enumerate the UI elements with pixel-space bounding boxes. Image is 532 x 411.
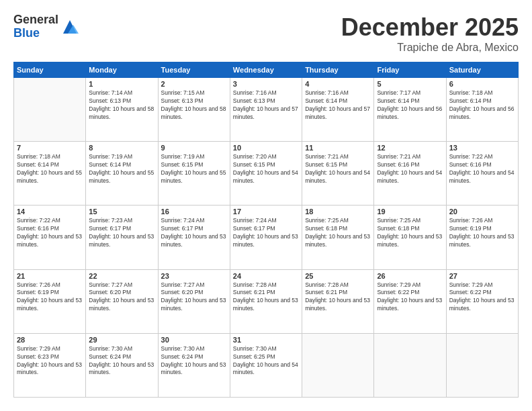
header-thursday: Thursday	[302, 62, 374, 78]
day-info: Sunrise: 7:15 AM Sunset: 6:13 PM Dayligh…	[161, 89, 227, 122]
calendar-cell: 30Sunrise: 7:30 AM Sunset: 6:24 PM Dayli…	[158, 333, 230, 397]
logo-general-text: General	[13, 13, 58, 27]
header-sunday: Sunday	[14, 62, 86, 78]
day-number: 26	[377, 272, 443, 280]
day-info: Sunrise: 7:27 AM Sunset: 6:20 PM Dayligh…	[89, 281, 154, 314]
day-info: Sunrise: 7:22 AM Sunset: 6:16 PM Dayligh…	[449, 153, 515, 185]
calendar-cell: 29Sunrise: 7:30 AM Sunset: 6:24 PM Dayli…	[86, 333, 158, 397]
day-info: Sunrise: 7:17 AM Sunset: 6:14 PM Dayligh…	[377, 89, 443, 122]
day-info: Sunrise: 7:25 AM Sunset: 6:18 PM Dayligh…	[305, 217, 371, 249]
calendar-week-row-3: 21Sunrise: 7:26 AM Sunset: 6:19 PM Dayli…	[14, 269, 519, 333]
day-number: 5	[377, 80, 443, 88]
day-info: Sunrise: 7:16 AM Sunset: 6:14 PM Dayligh…	[305, 89, 371, 122]
calendar-week-row-4: 28Sunrise: 7:29 AM Sunset: 6:23 PM Dayli…	[14, 333, 519, 397]
day-info: Sunrise: 7:24 AM Sunset: 6:17 PM Dayligh…	[161, 217, 227, 249]
calendar-cell: 15Sunrise: 7:23 AM Sunset: 6:17 PM Dayli…	[86, 205, 158, 269]
calendar-cell: 23Sunrise: 7:27 AM Sunset: 6:20 PM Dayli…	[158, 269, 230, 333]
calendar-cell: 4Sunrise: 7:16 AM Sunset: 6:14 PM Daylig…	[302, 78, 374, 142]
day-info: Sunrise: 7:29 AM Sunset: 6:23 PM Dayligh…	[17, 345, 83, 377]
day-number: 12	[377, 144, 443, 152]
header: General Blue December 2025 Trapiche de A…	[13, 13, 519, 54]
calendar-cell: 1Sunrise: 7:14 AM Sunset: 6:13 PM Daylig…	[86, 78, 158, 142]
calendar-week-row-0: 1Sunrise: 7:14 AM Sunset: 6:13 PM Daylig…	[14, 78, 519, 142]
day-number: 27	[449, 272, 515, 280]
day-info: Sunrise: 7:21 AM Sunset: 6:16 PM Dayligh…	[377, 153, 443, 185]
day-number: 21	[17, 272, 83, 280]
calendar-cell: 22Sunrise: 7:27 AM Sunset: 6:20 PM Dayli…	[86, 269, 158, 333]
calendar-cell: 21Sunrise: 7:26 AM Sunset: 6:19 PM Dayli…	[14, 269, 86, 333]
calendar-cell: 6Sunrise: 7:18 AM Sunset: 6:14 PM Daylig…	[446, 78, 518, 142]
day-number: 25	[305, 272, 371, 280]
day-info: Sunrise: 7:22 AM Sunset: 6:16 PM Dayligh…	[17, 217, 83, 249]
calendar-cell	[302, 333, 374, 397]
day-info: Sunrise: 7:23 AM Sunset: 6:17 PM Dayligh…	[89, 217, 154, 249]
calendar-cell: 31Sunrise: 7:30 AM Sunset: 6:25 PM Dayli…	[230, 333, 302, 397]
day-info: Sunrise: 7:30 AM Sunset: 6:24 PM Dayligh…	[89, 345, 154, 377]
day-info: Sunrise: 7:20 AM Sunset: 6:15 PM Dayligh…	[233, 153, 299, 185]
calendar-cell: 2Sunrise: 7:15 AM Sunset: 6:13 PM Daylig…	[158, 78, 230, 142]
calendar-cell: 24Sunrise: 7:28 AM Sunset: 6:21 PM Dayli…	[230, 269, 302, 333]
weekday-header-row: Sunday Monday Tuesday Wednesday Thursday…	[14, 62, 519, 78]
day-info: Sunrise: 7:30 AM Sunset: 6:25 PM Dayligh…	[233, 345, 299, 377]
day-info: Sunrise: 7:18 AM Sunset: 6:14 PM Dayligh…	[17, 153, 83, 185]
calendar-cell	[14, 78, 86, 142]
calendar-cell: 14Sunrise: 7:22 AM Sunset: 6:16 PM Dayli…	[14, 205, 86, 269]
title-block: December 2025 Trapiche de Abra, Mexico	[341, 13, 519, 54]
day-number: 31	[233, 336, 299, 344]
calendar-cell: 13Sunrise: 7:22 AM Sunset: 6:16 PM Dayli…	[446, 142, 518, 205]
day-number: 15	[89, 208, 154, 216]
day-info: Sunrise: 7:26 AM Sunset: 6:19 PM Dayligh…	[17, 281, 83, 314]
calendar-cell: 11Sunrise: 7:21 AM Sunset: 6:15 PM Dayli…	[302, 142, 374, 205]
day-info: Sunrise: 7:28 AM Sunset: 6:21 PM Dayligh…	[233, 281, 299, 314]
header-saturday: Saturday	[446, 62, 518, 78]
month-title: December 2025	[341, 13, 519, 42]
calendar-cell: 7Sunrise: 7:18 AM Sunset: 6:14 PM Daylig…	[14, 142, 86, 205]
logo-icon	[60, 17, 80, 37]
day-number: 19	[377, 208, 443, 216]
day-number: 28	[17, 336, 83, 344]
day-info: Sunrise: 7:30 AM Sunset: 6:24 PM Dayligh…	[161, 345, 227, 377]
day-number: 7	[17, 144, 83, 152]
calendar-cell: 16Sunrise: 7:24 AM Sunset: 6:17 PM Dayli…	[158, 205, 230, 269]
logo-blue-text: Blue	[13, 27, 58, 40]
day-number: 8	[89, 144, 154, 152]
day-number: 23	[161, 272, 227, 280]
calendar-cell: 28Sunrise: 7:29 AM Sunset: 6:23 PM Dayli…	[14, 333, 86, 397]
day-number: 30	[161, 336, 227, 344]
location-subtitle: Trapiche de Abra, Mexico	[341, 42, 519, 54]
calendar-cell: 20Sunrise: 7:26 AM Sunset: 6:19 PM Dayli…	[446, 205, 518, 269]
logo: General Blue	[13, 13, 80, 40]
day-number: 18	[305, 208, 371, 216]
day-number: 11	[305, 144, 371, 152]
day-info: Sunrise: 7:24 AM Sunset: 6:17 PM Dayligh…	[233, 217, 299, 249]
day-number: 2	[161, 80, 227, 88]
calendar-cell: 19Sunrise: 7:25 AM Sunset: 6:18 PM Dayli…	[374, 205, 446, 269]
day-info: Sunrise: 7:16 AM Sunset: 6:13 PM Dayligh…	[233, 89, 299, 122]
day-number: 13	[449, 144, 515, 152]
day-info: Sunrise: 7:21 AM Sunset: 6:15 PM Dayligh…	[305, 153, 371, 185]
day-number: 29	[89, 336, 154, 344]
day-number: 17	[233, 208, 299, 216]
day-info: Sunrise: 7:19 AM Sunset: 6:14 PM Dayligh…	[89, 153, 154, 185]
page: General Blue December 2025 Trapiche de A…	[0, 0, 532, 411]
day-info: Sunrise: 7:28 AM Sunset: 6:21 PM Dayligh…	[305, 281, 371, 314]
day-number: 24	[233, 272, 299, 280]
day-number: 10	[233, 144, 299, 152]
calendar-cell: 9Sunrise: 7:19 AM Sunset: 6:15 PM Daylig…	[158, 142, 230, 205]
day-number: 4	[305, 80, 371, 88]
header-monday: Monday	[86, 62, 158, 78]
day-number: 6	[449, 80, 515, 88]
day-number: 22	[89, 272, 154, 280]
calendar-cell: 5Sunrise: 7:17 AM Sunset: 6:14 PM Daylig…	[374, 78, 446, 142]
day-number: 14	[17, 208, 83, 216]
day-number: 9	[161, 144, 227, 152]
calendar-cell	[446, 333, 518, 397]
header-friday: Friday	[374, 62, 446, 78]
calendar-cell: 27Sunrise: 7:29 AM Sunset: 6:22 PM Dayli…	[446, 269, 518, 333]
day-info: Sunrise: 7:27 AM Sunset: 6:20 PM Dayligh…	[161, 281, 227, 314]
day-info: Sunrise: 7:19 AM Sunset: 6:15 PM Dayligh…	[161, 153, 227, 185]
calendar-cell: 10Sunrise: 7:20 AM Sunset: 6:15 PM Dayli…	[230, 142, 302, 205]
day-number: 16	[161, 208, 227, 216]
calendar-cell: 12Sunrise: 7:21 AM Sunset: 6:16 PM Dayli…	[374, 142, 446, 205]
calendar-week-row-1: 7Sunrise: 7:18 AM Sunset: 6:14 PM Daylig…	[14, 142, 519, 205]
